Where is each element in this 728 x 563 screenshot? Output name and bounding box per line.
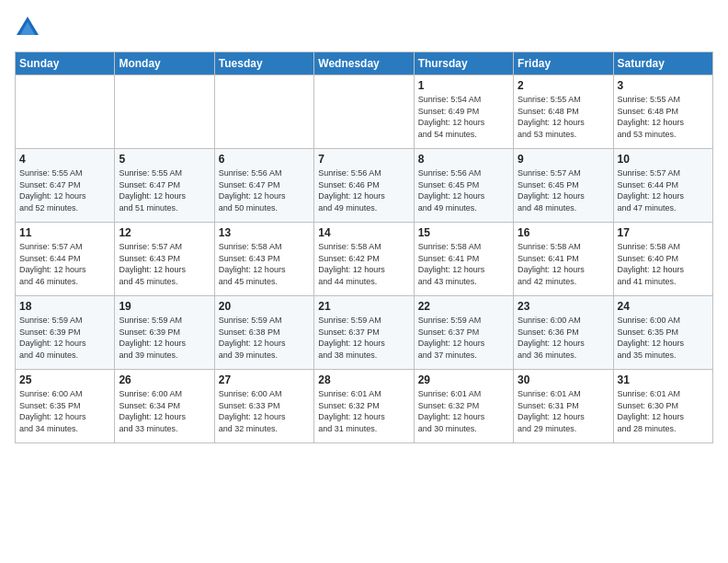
calendar-week-row: 4Sunrise: 5:55 AM Sunset: 6:47 PM Daylig… xyxy=(16,149,713,223)
calendar-cell xyxy=(115,75,214,149)
calendar-cell: 9Sunrise: 5:57 AM Sunset: 6:45 PM Daylig… xyxy=(514,149,613,223)
day-number: 9 xyxy=(518,153,609,166)
logo xyxy=(15,15,44,40)
calendar-cell: 29Sunrise: 6:01 AM Sunset: 6:32 PM Dayli… xyxy=(414,370,513,443)
calendar-cell: 28Sunrise: 6:01 AM Sunset: 6:32 PM Dayli… xyxy=(314,370,414,443)
calendar-cell: 24Sunrise: 6:00 AM Sunset: 6:35 PM Dayli… xyxy=(613,296,712,370)
column-header-saturday: Saturday xyxy=(613,52,712,75)
calendar-cell: 1Sunrise: 5:54 AM Sunset: 6:49 PM Daylig… xyxy=(414,75,513,149)
calendar-week-row: 25Sunrise: 6:00 AM Sunset: 6:35 PM Dayli… xyxy=(16,370,713,443)
day-info: Sunrise: 5:58 AM Sunset: 6:41 PM Dayligh… xyxy=(418,241,509,287)
day-number: 8 xyxy=(418,153,509,166)
day-info: Sunrise: 5:55 AM Sunset: 6:48 PM Dayligh… xyxy=(518,94,609,140)
calendar-cell: 18Sunrise: 5:59 AM Sunset: 6:39 PM Dayli… xyxy=(16,296,115,370)
day-info: Sunrise: 6:01 AM Sunset: 6:30 PM Dayligh… xyxy=(618,388,709,434)
day-info: Sunrise: 5:58 AM Sunset: 6:43 PM Dayligh… xyxy=(219,241,310,287)
day-info: Sunrise: 5:54 AM Sunset: 6:49 PM Dayligh… xyxy=(418,94,509,140)
day-info: Sunrise: 5:55 AM Sunset: 6:47 PM Dayligh… xyxy=(19,167,110,213)
day-number: 27 xyxy=(219,373,310,386)
calendar-cell: 19Sunrise: 5:59 AM Sunset: 6:39 PM Dayli… xyxy=(115,296,214,370)
calendar-cell: 3Sunrise: 5:55 AM Sunset: 6:48 PM Daylig… xyxy=(613,75,712,149)
day-number: 16 xyxy=(518,226,609,239)
day-number: 29 xyxy=(418,373,509,386)
day-info: Sunrise: 6:01 AM Sunset: 6:31 PM Dayligh… xyxy=(518,388,609,434)
day-number: 22 xyxy=(418,300,509,313)
calendar-cell: 16Sunrise: 5:58 AM Sunset: 6:41 PM Dayli… xyxy=(514,223,613,296)
day-number: 7 xyxy=(318,153,409,166)
day-number: 4 xyxy=(19,153,110,166)
day-info: Sunrise: 5:57 AM Sunset: 6:44 PM Dayligh… xyxy=(19,241,110,287)
calendar-cell: 7Sunrise: 5:56 AM Sunset: 6:46 PM Daylig… xyxy=(314,149,414,223)
day-info: Sunrise: 5:57 AM Sunset: 6:43 PM Dayligh… xyxy=(119,241,210,287)
day-info: Sunrise: 5:56 AM Sunset: 6:47 PM Dayligh… xyxy=(219,167,310,213)
day-number: 6 xyxy=(219,153,310,166)
calendar-cell: 5Sunrise: 5:55 AM Sunset: 6:47 PM Daylig… xyxy=(115,149,214,223)
day-number: 24 xyxy=(618,300,709,313)
day-number: 3 xyxy=(618,79,709,92)
day-number: 26 xyxy=(119,373,210,386)
calendar-cell: 22Sunrise: 5:59 AM Sunset: 6:37 PM Dayli… xyxy=(414,296,513,370)
calendar-cell: 13Sunrise: 5:58 AM Sunset: 6:43 PM Dayli… xyxy=(214,223,313,296)
day-info: Sunrise: 6:00 AM Sunset: 6:35 PM Dayligh… xyxy=(618,315,709,361)
day-info: Sunrise: 5:59 AM Sunset: 6:38 PM Dayligh… xyxy=(219,315,310,361)
calendar-cell: 8Sunrise: 5:56 AM Sunset: 6:45 PM Daylig… xyxy=(414,149,513,223)
calendar-cell: 6Sunrise: 5:56 AM Sunset: 6:47 PM Daylig… xyxy=(214,149,313,223)
calendar-cell xyxy=(314,75,414,149)
calendar-table: SundayMondayTuesdayWednesdayThursdayFrid… xyxy=(15,52,713,443)
day-info: Sunrise: 5:59 AM Sunset: 6:39 PM Dayligh… xyxy=(19,315,110,361)
calendar-cell: 23Sunrise: 6:00 AM Sunset: 6:36 PM Dayli… xyxy=(514,296,613,370)
calendar-cell: 2Sunrise: 5:55 AM Sunset: 6:48 PM Daylig… xyxy=(514,75,613,149)
day-info: Sunrise: 5:58 AM Sunset: 6:41 PM Dayligh… xyxy=(518,241,609,287)
day-number: 30 xyxy=(518,373,609,386)
calendar-cell: 20Sunrise: 5:59 AM Sunset: 6:38 PM Dayli… xyxy=(214,296,313,370)
calendar-cell: 31Sunrise: 6:01 AM Sunset: 6:30 PM Dayli… xyxy=(613,370,712,443)
day-info: Sunrise: 5:55 AM Sunset: 6:48 PM Dayligh… xyxy=(618,94,709,140)
day-number: 10 xyxy=(618,153,709,166)
day-number: 15 xyxy=(418,226,509,239)
day-number: 19 xyxy=(119,300,210,313)
page-header xyxy=(15,15,713,40)
calendar-week-row: 18Sunrise: 5:59 AM Sunset: 6:39 PM Dayli… xyxy=(16,296,713,370)
day-number: 14 xyxy=(318,226,409,239)
day-info: Sunrise: 6:00 AM Sunset: 6:35 PM Dayligh… xyxy=(19,388,110,434)
day-number: 28 xyxy=(318,373,409,386)
calendar-cell: 21Sunrise: 5:59 AM Sunset: 6:37 PM Dayli… xyxy=(314,296,414,370)
day-info: Sunrise: 6:01 AM Sunset: 6:32 PM Dayligh… xyxy=(418,388,509,434)
column-header-thursday: Thursday xyxy=(414,52,513,75)
calendar-week-row: 11Sunrise: 5:57 AM Sunset: 6:44 PM Dayli… xyxy=(16,223,713,296)
day-number: 21 xyxy=(318,300,409,313)
calendar-cell: 17Sunrise: 5:58 AM Sunset: 6:40 PM Dayli… xyxy=(613,223,712,296)
calendar-cell xyxy=(16,75,115,149)
day-info: Sunrise: 6:00 AM Sunset: 6:33 PM Dayligh… xyxy=(219,388,310,434)
day-info: Sunrise: 5:58 AM Sunset: 6:42 PM Dayligh… xyxy=(318,241,409,287)
day-number: 31 xyxy=(618,373,709,386)
day-info: Sunrise: 5:57 AM Sunset: 6:44 PM Dayligh… xyxy=(618,167,709,213)
day-info: Sunrise: 5:58 AM Sunset: 6:40 PM Dayligh… xyxy=(618,241,709,287)
day-number: 20 xyxy=(219,300,310,313)
column-header-monday: Monday xyxy=(115,52,214,75)
day-info: Sunrise: 5:59 AM Sunset: 6:39 PM Dayligh… xyxy=(119,315,210,361)
calendar-cell: 26Sunrise: 6:00 AM Sunset: 6:34 PM Dayli… xyxy=(115,370,214,443)
calendar-cell: 10Sunrise: 5:57 AM Sunset: 6:44 PM Dayli… xyxy=(613,149,712,223)
day-number: 5 xyxy=(119,153,210,166)
column-header-tuesday: Tuesday xyxy=(214,52,313,75)
calendar-cell: 15Sunrise: 5:58 AM Sunset: 6:41 PM Dayli… xyxy=(414,223,513,296)
column-header-wednesday: Wednesday xyxy=(314,52,414,75)
day-info: Sunrise: 5:59 AM Sunset: 6:37 PM Dayligh… xyxy=(318,315,409,361)
day-number: 1 xyxy=(418,79,509,92)
calendar-header-row: SundayMondayTuesdayWednesdayThursdayFrid… xyxy=(16,52,713,75)
day-info: Sunrise: 6:01 AM Sunset: 6:32 PM Dayligh… xyxy=(318,388,409,434)
calendar-cell: 30Sunrise: 6:01 AM Sunset: 6:31 PM Dayli… xyxy=(514,370,613,443)
calendar-cell xyxy=(214,75,313,149)
column-header-friday: Friday xyxy=(514,52,613,75)
day-info: Sunrise: 6:00 AM Sunset: 6:36 PM Dayligh… xyxy=(518,315,609,361)
day-info: Sunrise: 6:00 AM Sunset: 6:34 PM Dayligh… xyxy=(119,388,210,434)
day-info: Sunrise: 5:56 AM Sunset: 6:46 PM Dayligh… xyxy=(318,167,409,213)
logo-icon xyxy=(15,15,40,40)
day-number: 18 xyxy=(19,300,110,313)
calendar-cell: 4Sunrise: 5:55 AM Sunset: 6:47 PM Daylig… xyxy=(16,149,115,223)
day-info: Sunrise: 5:56 AM Sunset: 6:45 PM Dayligh… xyxy=(418,167,509,213)
day-info: Sunrise: 5:55 AM Sunset: 6:47 PM Dayligh… xyxy=(119,167,210,213)
calendar-cell: 27Sunrise: 6:00 AM Sunset: 6:33 PM Dayli… xyxy=(214,370,313,443)
day-number: 11 xyxy=(19,226,110,239)
